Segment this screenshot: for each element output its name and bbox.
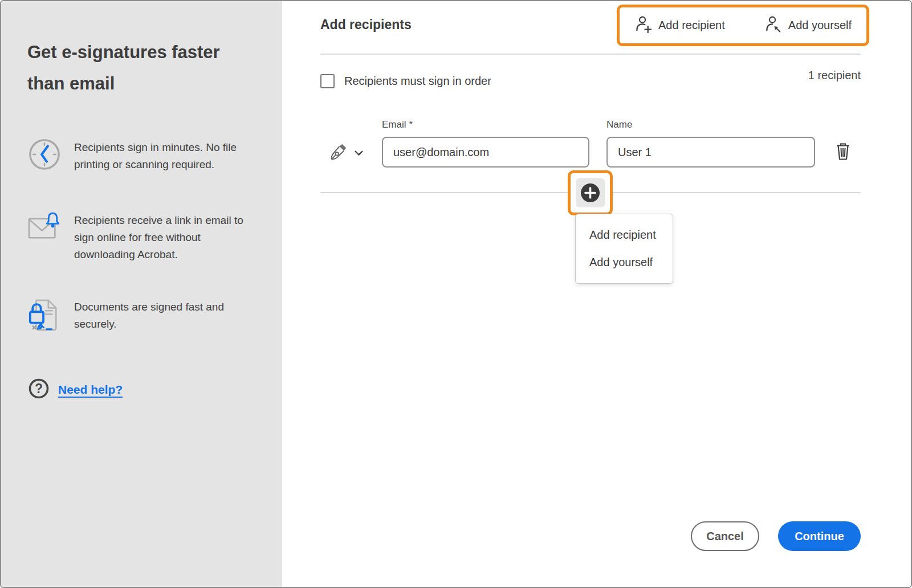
svg-text:?: ? — [35, 381, 43, 396]
benefit-text: Documents are signed fast and securely. — [74, 297, 255, 333]
cancel-button[interactable]: Cancel — [691, 521, 759, 551]
add-recipient-label: Add recipient — [658, 19, 725, 32]
page-title: Add recipients — [320, 17, 412, 32]
add-recipient-plus-button[interactable] — [576, 178, 605, 207]
add-recipient-button[interactable]: Add recipient — [634, 15, 725, 36]
person-self-icon — [764, 15, 782, 36]
need-help-link[interactable]: ? Need help? — [27, 377, 123, 402]
add-buttons-callout: Add recipient Add yourself — [617, 5, 869, 46]
add-button-callout — [568, 170, 613, 215]
benefits-sidebar: Get e-signatures faster than email Recip… — [1, 1, 282, 587]
sidebar-heading: Get e-signatures faster than email — [27, 36, 250, 99]
sidebar-heading-line1: Get e-signatures faster — [27, 42, 220, 62]
sign-in-order-label: Recipients must sign in order — [344, 75, 491, 88]
required-marker: * — [409, 119, 413, 130]
trash-icon — [834, 154, 852, 162]
recipient-role-select[interactable] — [329, 143, 363, 163]
question-circle-icon: ? — [27, 377, 50, 402]
email-input[interactable] — [382, 137, 589, 168]
add-dropdown-menu: Add recipient Add yourself — [575, 214, 673, 284]
benefit-item: Recipients receive a link in email to si… — [27, 211, 255, 263]
continue-button[interactable]: Continue — [778, 521, 861, 551]
main-panel: Add recipients Add recipient — [282, 1, 911, 587]
need-help-label[interactable]: Need help? — [58, 383, 123, 397]
sidebar-heading-line2: than email — [27, 74, 115, 93]
menu-item-add-yourself[interactable]: Add yourself — [589, 256, 673, 269]
benefit-item: Recipients sign in minutes. No file prin… — [27, 138, 255, 173]
chevron-down-icon — [355, 148, 363, 158]
menu-item-add-recipient[interactable]: Add recipient — [589, 228, 673, 242]
person-plus-icon — [634, 15, 652, 36]
delete-recipient-button[interactable] — [834, 142, 852, 162]
header-divider — [320, 54, 861, 55]
email-label-text: Email — [382, 119, 406, 130]
clock-icon — [27, 138, 62, 171]
add-yourself-button[interactable]: Add yourself — [764, 15, 852, 36]
benefit-text: Recipients sign in minutes. No file prin… — [74, 138, 255, 173]
secure-document-icon — [27, 297, 62, 334]
email-field-label: Email* — [382, 119, 413, 130]
add-yourself-label: Add yourself — [788, 19, 852, 32]
add-recipients-dialog: Get e-signatures faster than email Recip… — [0, 0, 912, 588]
sign-in-order-checkbox-row[interactable]: Recipients must sign in order — [320, 74, 491, 88]
plus-circle-icon — [581, 183, 600, 202]
name-input[interactable] — [606, 137, 815, 168]
benefit-text: Recipients receive a link in email to si… — [74, 211, 255, 263]
benefit-item: Documents are signed fast and securely. — [27, 297, 255, 334]
name-field-label: Name — [606, 119, 632, 130]
email-notification-icon — [27, 211, 62, 242]
recipient-count: 1 recipient — [808, 69, 861, 82]
sign-in-order-checkbox[interactable] — [320, 74, 335, 88]
pen-nib-icon — [329, 143, 347, 163]
